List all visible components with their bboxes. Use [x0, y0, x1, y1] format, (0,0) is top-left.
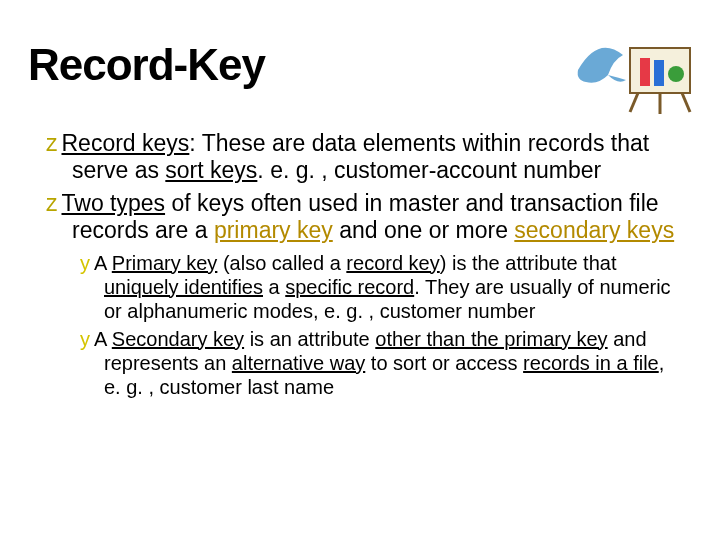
y-bullet-icon: y	[80, 252, 94, 274]
text: A	[94, 252, 112, 274]
svg-line-2	[682, 93, 690, 112]
text: ) is the attribute that	[440, 252, 617, 274]
slide-body: zRecord keys: These are data elements wi…	[46, 130, 684, 403]
y-bullet-icon: y	[80, 328, 94, 350]
term-records-in-file: records in a file	[523, 352, 659, 374]
term-secondary-keys: secondary keys	[514, 217, 674, 243]
slide-title: Record-Key	[28, 40, 265, 90]
term-sort-keys: sort keys	[165, 157, 257, 183]
svg-line-1	[630, 93, 638, 112]
term-primary-key: primary key	[214, 217, 333, 243]
svg-point-6	[668, 66, 684, 82]
text: (also called a	[217, 252, 346, 274]
easel-clipart	[568, 30, 698, 120]
term-alternative-way: alternative way	[232, 352, 365, 374]
text: is an attribute	[244, 328, 375, 350]
term-secondary-key: Secondary key	[112, 328, 244, 350]
term-record-keys: Record keys	[62, 130, 190, 156]
term-record-key: record key	[346, 252, 439, 274]
term-two-types: Two types	[62, 190, 166, 216]
text: . e. g. , customer-account number	[257, 157, 601, 183]
term-specific-record: specific record	[285, 276, 414, 298]
sub-bullet-list: yA Primary key (also called a record key…	[46, 251, 684, 399]
svg-rect-4	[640, 58, 650, 86]
svg-rect-5	[654, 60, 664, 86]
term-other-than-pk: other than the primary key	[375, 328, 607, 350]
z-bullet-icon: z	[46, 190, 62, 216]
bullet-two-types: zTwo types of keys often used in master …	[46, 190, 684, 244]
text: A	[94, 328, 112, 350]
sub-bullet-secondary-key: yA Secondary key is an attribute other t…	[80, 327, 684, 399]
z-bullet-icon: z	[46, 130, 62, 156]
text: and one or more	[333, 217, 515, 243]
text: to sort or access	[365, 352, 523, 374]
term-primary-key: Primary key	[112, 252, 218, 274]
bullet-record-keys: zRecord keys: These are data elements wi…	[46, 130, 684, 184]
slide: Record-Key zRecord keys: These are data …	[0, 0, 720, 540]
sub-bullet-primary-key: yA Primary key (also called a record key…	[80, 251, 684, 323]
text: a	[263, 276, 285, 298]
term-uniquely-identifies: uniquely identifies	[104, 276, 263, 298]
